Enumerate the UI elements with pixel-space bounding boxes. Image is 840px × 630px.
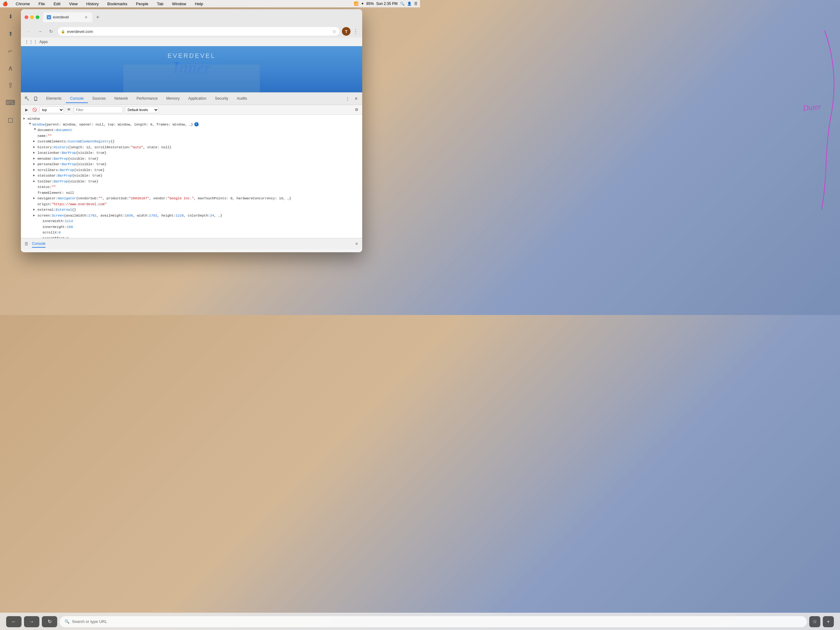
expand-arrow-menubar-prop[interactable]: ▶ [33,156,36,161]
refresh-button[interactable]: ↻ [47,27,55,36]
menu-people[interactable]: People [134,1,150,7]
console-line-inner-height: ▶ innerHeight: 150 [36,224,362,230]
devtools-toolbar: Elements Console Sources Network Perform… [21,93,362,105]
download-icon[interactable]: ⬇ [5,11,16,22]
profile-button[interactable]: T [342,27,351,36]
menu-view[interactable]: View [67,1,80,7]
forward-button[interactable]: → [36,27,44,36]
drawer-console-tab[interactable]: Console [32,240,46,248]
console-eye-button[interactable]: 👁 [66,107,72,113]
wifi-icon: 📶 [354,2,358,6]
expand-arrow-document[interactable]: ▶ [33,128,37,131]
menu-chrome[interactable]: Chrome [14,1,32,7]
console-line-navigator: ▶ navigator: Navigator {vendorSub: "" , … [31,196,362,201]
menu-help[interactable]: Help [193,1,205,7]
svg-rect-0 [25,97,27,98]
traffic-lights [25,15,39,19]
tab-application[interactable]: Application [184,95,211,103]
expand-arrow-screen[interactable]: ▶ [33,213,36,218]
maximize-button[interactable] [36,15,39,19]
console-clear-button[interactable]: 🚫 [32,107,38,113]
apple-menu[interactable]: 🍎 [2,1,8,6]
expand-arrow-custom-elements[interactable]: ▶ [33,139,36,144]
devtools-more-button[interactable]: ⋮ [344,95,351,103]
console-filter-input[interactable] [74,106,123,113]
tab-security[interactable]: Security [211,95,232,103]
search-icon[interactable]: 🔍 [400,2,405,6]
battery-icon: 85% [366,2,374,6]
url-bar[interactable]: 🔒 everdevel.com ☆ [58,27,339,36]
bluetooth-icon: ✦ [361,2,364,6]
chevron-up-icon[interactable]: ∧ [5,63,16,74]
console-line-name: ▶ name: "" [31,133,362,139]
address-bar: ← → ↻ 🔒 everdevel.com ☆ T ⋮ [21,25,362,38]
console-line-screen: ▶ screen: Screen {availWidth: 1792 , ava… [31,213,362,219]
devtools-close-button[interactable]: ✕ [352,95,360,103]
push-up-icon[interactable]: ⇧ [5,80,16,91]
expand-arrow-toolbar-prop[interactable]: ▶ [33,179,36,184]
drawer-close-button[interactable]: × [354,241,360,247]
bookmarks-bar: ⋮⋮⋮ Apps [21,38,362,46]
expand-arrow-personalbar[interactable]: ▶ [33,162,36,166]
console-line-external: ▶ external: External {} [31,207,362,213]
tab-close-button[interactable]: × [84,15,88,20]
keyboard-icon[interactable]: ⌨ [5,97,16,108]
console-line-frame-element: ▶ frameElement: null [31,190,362,196]
expand-arrow-scrollbars[interactable]: ▶ [33,168,36,172]
expand-arrow-window[interactable]: ▶ [24,116,27,121]
tab-network[interactable]: Network [110,95,132,103]
tab-console[interactable]: Console [66,95,88,103]
menu-tab[interactable]: Tab [155,1,166,7]
upload-icon[interactable]: ⬆ [5,28,16,40]
console-line-inner-width: ▶ innerWidth: 1114 [36,218,362,224]
more-button[interactable]: ⋮ [353,28,358,35]
info-badge[interactable]: i [194,122,199,127]
console-line-locationbar: ▶ locationbar: BarProp {visible: true} [31,150,362,156]
tab-sources[interactable]: Sources [88,95,110,103]
menu-icon[interactable]: ☰ [414,2,418,6]
tab-favicon: e [47,15,51,19]
expand-arrow-window-obj[interactable]: ▶ [28,123,32,126]
close-button[interactable] [25,15,28,19]
lock-icon: 🔒 [61,30,65,33]
back-button[interactable]: ← [25,27,33,36]
new-tab-button[interactable]: + [93,13,102,22]
console-line-status: ▶ status: "" [31,184,362,190]
expand-arrow-statusbar[interactable]: ▶ [33,173,36,178]
browser-tab[interactable]: e everdevel × [43,12,92,22]
notification-icon[interactable]: 👤 [407,2,412,6]
expand-arrow-external[interactable]: ▶ [33,207,36,212]
expand-arrow-locationbar[interactable]: ▶ [33,150,36,155]
tab-audits[interactable]: Audits [232,95,251,103]
tab-memory[interactable]: Memory [162,95,184,103]
expand-arrow-history[interactable]: ▶ [33,145,36,149]
page-image-area [123,65,260,92]
devtools-inspect-button[interactable] [24,95,31,103]
menu-window[interactable]: Window [171,1,188,7]
tab-elements[interactable]: Elements [42,95,66,103]
bookmark-icon[interactable]: ☆ [332,29,336,34]
tab-performance[interactable]: Performance [132,95,162,103]
apps-label[interactable]: Apps [39,40,47,44]
devtools-actions: ⋮ ✕ [344,95,360,103]
menu-bookmarks[interactable]: Bookmarks [106,1,129,7]
screen-icon[interactable]: ◻ [5,114,16,125]
svg-line-1 [27,99,29,101]
console-line-personalbar: ▶ personalbar: BarProp {visible: true} [31,161,362,167]
corner-icon[interactable]: ⌐ [5,46,16,57]
drawer-menu-button[interactable]: ☰ [24,241,30,247]
console-log-level-select[interactable]: Default levels [125,106,159,113]
minimize-button[interactable] [30,15,34,19]
menu-edit[interactable]: Edit [52,1,62,7]
menu-history[interactable]: History [85,1,101,7]
console-line-statusbar: ▶ statusbar: BarProp {visible: true} [31,173,362,179]
tab-title: everdevel [53,15,69,19]
console-context-select[interactable]: top [39,106,64,113]
console-run-button[interactable]: ▶ [24,107,30,113]
console-settings-button[interactable]: ⚙ [354,107,360,113]
devtools-device-button[interactable] [32,95,39,103]
console-line-menubar: ▶ menubar: BarProp {visible: true} [31,156,362,162]
menu-file[interactable]: File [36,1,47,7]
console-drawer: ☰ Console × [21,238,362,249]
expand-arrow-navigator[interactable]: ▶ [33,196,36,201]
